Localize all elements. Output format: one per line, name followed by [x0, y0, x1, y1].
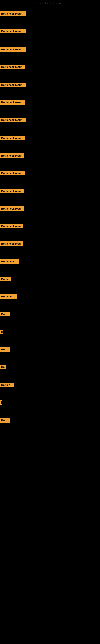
bottleneck-badge[interactable]: Bott: [0, 347, 10, 352]
bottleneck-badge[interactable]: Bottleneck result: [0, 118, 26, 122]
bottleneck-badge[interactable]: Bottlen: [0, 382, 14, 387]
bottleneck-badge[interactable]: Bottleneck result: [0, 189, 24, 194]
bottleneck-badge[interactable]: Bottleneck result: [0, 12, 26, 16]
bottleneck-badge[interactable]: Bottleneck result: [0, 64, 25, 69]
bottleneck-badge[interactable]: Bottleneck result: [0, 47, 26, 52]
bottleneck-badge[interactable]: Bottle: [0, 277, 11, 281]
bottleneck-badge[interactable]: Bo: [0, 365, 6, 369]
bottleneck-badge[interactable]: Bottleneck result: [0, 82, 26, 87]
bottleneck-badge[interactable]: Bottleneck result: [0, 136, 25, 140]
bottleneck-badge[interactable]: Bottlenec: [0, 294, 17, 299]
bottleneck-badge[interactable]: Bottleneck result: [0, 171, 25, 176]
bottleneck-badge[interactable]: Bott: [0, 418, 10, 422]
bottleneck-badge[interactable]: |: [0, 400, 2, 405]
bottleneck-badge[interactable]: Bottleneck resu: [0, 224, 23, 228]
bottleneck-badge[interactable]: Bottleneck result: [0, 100, 25, 105]
bottleneck-badge[interactable]: B: [0, 330, 3, 334]
site-title: TheBottlenecker.com: [37, 2, 63, 5]
bottleneck-badge[interactable]: Bottleneck result: [0, 153, 24, 158]
bottleneck-badge[interactable]: Bottleneck result: [0, 29, 26, 34]
bottleneck-badge[interactable]: Bott: [0, 312, 10, 316]
bottleneck-badge[interactable]: Bottleneck resu: [0, 206, 24, 211]
bottleneck-badge[interactable]: Bottleneck: [0, 259, 19, 264]
bottleneck-badge[interactable]: Bottleneck resu: [0, 241, 23, 246]
